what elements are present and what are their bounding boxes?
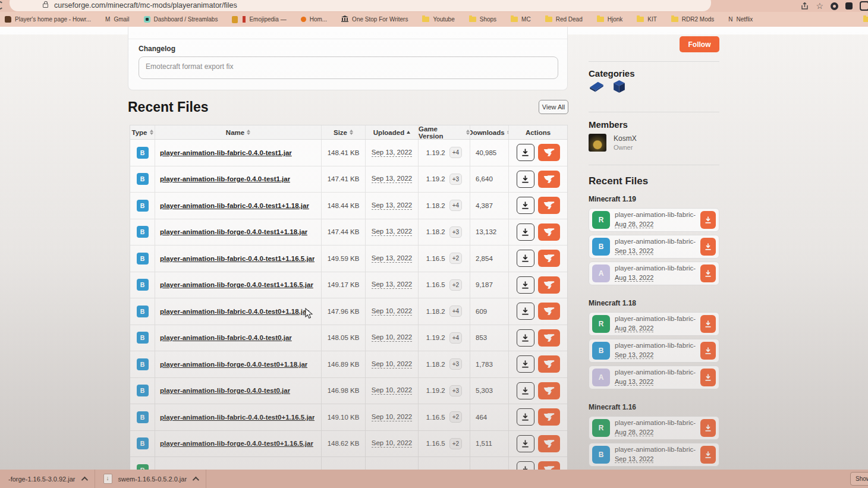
file-date[interactable]: Sep 13, 2022 bbox=[615, 247, 653, 255]
file-name[interactable]: player-animation-lib-fabric-0... bbox=[615, 446, 696, 453]
bookmark-item[interactable]: Player's home page - Howr... bbox=[5, 16, 91, 23]
download-file-button[interactable] bbox=[517, 223, 534, 241]
file-date[interactable]: Sep 13, 2022 bbox=[615, 351, 653, 359]
more-versions-chip[interactable]: +4 bbox=[449, 147, 462, 158]
extension-icon[interactable] bbox=[831, 2, 838, 10]
category-api-icon[interactable] bbox=[612, 79, 627, 96]
file-date[interactable]: Aug 13, 2022 bbox=[615, 274, 653, 282]
view-all-button[interactable]: View All bbox=[539, 100, 568, 114]
install-with-curseforge-button[interactable] bbox=[538, 250, 560, 267]
more-versions-chip[interactable]: +3 bbox=[449, 174, 462, 185]
bookmark-item[interactable]: One Stop For Writers bbox=[341, 15, 408, 23]
file-uploaded-date[interactable]: Sep 13, 2022 bbox=[372, 254, 412, 263]
category-library-icon[interactable] bbox=[589, 79, 605, 96]
bookmark-item[interactable]: Hjonk bbox=[597, 16, 623, 23]
more-versions-chip[interactable]: +2 bbox=[449, 438, 462, 449]
file-name-link[interactable]: player-animation-lib-forge-0.4.0-test1+1… bbox=[160, 228, 307, 235]
member-name[interactable]: KosmX bbox=[614, 134, 637, 143]
install-with-curseforge-button[interactable] bbox=[538, 171, 560, 188]
install-with-curseforge-button[interactable] bbox=[538, 276, 560, 294]
download-file-button[interactable] bbox=[700, 211, 716, 229]
bookmark-item[interactable]: Emojipedia — bbox=[232, 16, 286, 23]
file-name-link[interactable]: player-animation-lib-fabric-0.4.0-test0+… bbox=[160, 414, 315, 421]
file-name[interactable]: player-animation-lib-fabric-0... bbox=[615, 211, 696, 218]
bookmark-item[interactable]: RDR2 Mods bbox=[671, 16, 714, 23]
download-file-button[interactable] bbox=[700, 446, 716, 464]
install-with-curseforge-button[interactable] bbox=[538, 197, 560, 214]
install-with-curseforge-button[interactable] bbox=[538, 144, 560, 161]
column-header-uploaded[interactable]: Uploaded bbox=[366, 125, 419, 139]
follow-button[interactable]: Follow bbox=[680, 36, 719, 52]
file-name-link[interactable]: player-animation-lib-fabric-0.4.0-test0.… bbox=[160, 334, 292, 341]
file-date[interactable]: Aug 13, 2022 bbox=[615, 378, 653, 386]
more-versions-chip[interactable]: +4 bbox=[449, 306, 462, 317]
sidebar-recent-file[interactable]: A player-animation-lib-fabric-0... Aug 1… bbox=[589, 366, 719, 389]
install-with-curseforge-button[interactable] bbox=[538, 223, 560, 241]
file-name-link[interactable]: player-animation-lib-forge-0.4.0-test1.j… bbox=[160, 175, 290, 182]
download-file-button[interactable] bbox=[517, 435, 534, 452]
bookmark-item[interactable]: M Gmail bbox=[105, 16, 129, 23]
bookmark-item[interactable]: Youtube bbox=[422, 16, 454, 23]
sidebar-recent-file[interactable]: R player-animation-lib-fabric-0... Aug 2… bbox=[589, 208, 719, 232]
download-file-button[interactable] bbox=[700, 265, 716, 282]
file-uploaded-date[interactable]: Sep 13, 2022 bbox=[372, 202, 412, 210]
downloaded-file-item[interactable]: -forge-1.16.5-3.0.92.jar bbox=[0, 470, 95, 488]
install-with-curseforge-button[interactable] bbox=[538, 461, 560, 470]
sidebar-recent-file[interactable]: B player-animation-lib-fabric-0... Sep 1… bbox=[589, 235, 719, 259]
install-with-curseforge-button[interactable] bbox=[538, 408, 560, 426]
download-file-button[interactable] bbox=[700, 315, 716, 333]
bookmark-item[interactable]: Dashboard / Streamlabs bbox=[144, 16, 218, 23]
column-header-name[interactable]: Name bbox=[155, 125, 322, 139]
download-file-button[interactable] bbox=[517, 197, 534, 214]
column-header-game-version[interactable]: Game Version bbox=[419, 125, 470, 139]
file-uploaded-date[interactable]: Sep 10, 2022 bbox=[372, 439, 412, 448]
sidebar-recent-file[interactable]: A player-animation-lib-fabric-0... Aug 1… bbox=[589, 262, 719, 285]
more-versions-chip[interactable]: +2 bbox=[449, 253, 462, 264]
downloaded-file-item[interactable]: swem-1.16.5-0.5.2.0.jar bbox=[95, 470, 206, 488]
more-versions-chip[interactable]: +2 bbox=[449, 279, 462, 291]
file-name-link[interactable]: player-animation-lib-forge-0.4.0-test0.j… bbox=[160, 387, 290, 394]
more-versions-chip[interactable]: +3 bbox=[449, 358, 462, 370]
url-bar[interactable]: curseforge.com/minecraft/mc-mods/playera… bbox=[10, 0, 711, 11]
install-with-curseforge-button[interactable] bbox=[538, 435, 560, 452]
file-date[interactable]: Aug 28, 2022 bbox=[615, 429, 653, 436]
file-uploaded-date[interactable]: Sep 13, 2022 bbox=[372, 228, 412, 236]
file-uploaded-date[interactable]: Sep 10, 2022 bbox=[372, 386, 412, 395]
file-uploaded-date[interactable]: Sep 10, 2022 bbox=[372, 307, 412, 316]
file-date[interactable]: Aug 28, 2022 bbox=[615, 325, 653, 332]
file-name[interactable]: player-animation-lib-fabric-0... bbox=[615, 369, 696, 376]
download-file-button[interactable] bbox=[700, 419, 716, 437]
install-with-curseforge-button[interactable] bbox=[538, 329, 560, 347]
file-name-link[interactable]: player-animation-lib-fabric-0.4.0-test1.… bbox=[160, 149, 292, 156]
download-file-button[interactable] bbox=[517, 144, 534, 161]
download-file-button[interactable] bbox=[517, 408, 534, 426]
file-uploaded-date[interactable]: Sep 10, 2022 bbox=[372, 360, 412, 369]
download-file-button[interactable] bbox=[517, 303, 534, 320]
chevron-up-icon[interactable] bbox=[81, 476, 87, 483]
download-file-button[interactable] bbox=[517, 250, 534, 267]
bookmark-folder-partial[interactable] bbox=[863, 17, 868, 22]
download-file-button[interactable] bbox=[517, 355, 534, 373]
file-uploaded-date[interactable]: Sep 10, 2022 bbox=[372, 333, 412, 342]
bookmark-item[interactable]: N Netflix bbox=[728, 16, 753, 23]
file-name-link[interactable]: player-animation-lib-fabric-0.4.0-test1+… bbox=[160, 202, 309, 209]
url-text[interactable]: curseforge.com/minecraft/mc-mods/playera… bbox=[54, 1, 237, 10]
install-with-curseforge-button[interactable] bbox=[538, 382, 560, 399]
download-file-button[interactable] bbox=[700, 342, 716, 360]
sidebar-recent-file[interactable]: R player-animation-lib-fabric-0... Aug 2… bbox=[589, 416, 719, 440]
file-uploaded-date[interactable]: Sep 10, 2022 bbox=[372, 413, 412, 421]
more-versions-chip[interactable]: +2 bbox=[449, 411, 462, 423]
file-name[interactable]: player-animation-lib-fabric-0... bbox=[615, 315, 696, 322]
extensions-puzzle-icon[interactable] bbox=[845, 2, 853, 10]
share-icon[interactable] bbox=[801, 2, 809, 10]
column-header-size[interactable]: Size bbox=[322, 125, 366, 139]
file-name[interactable]: player-animation-lib-fabric-0... bbox=[615, 265, 696, 272]
file-name[interactable]: player-animation-lib-fabric-0... bbox=[615, 419, 696, 426]
download-file-button[interactable] bbox=[517, 382, 534, 399]
member-avatar[interactable] bbox=[589, 134, 606, 152]
profile-icon[interactable] bbox=[860, 1, 868, 11]
download-file-button[interactable] bbox=[700, 238, 716, 256]
file-date[interactable]: Sep 13, 2022 bbox=[615, 455, 653, 463]
file-name-link[interactable]: player-animation-lib-forge-0.4.0-test0+1… bbox=[160, 440, 313, 447]
file-name[interactable]: player-animation-lib-fabric-0... bbox=[615, 342, 696, 349]
